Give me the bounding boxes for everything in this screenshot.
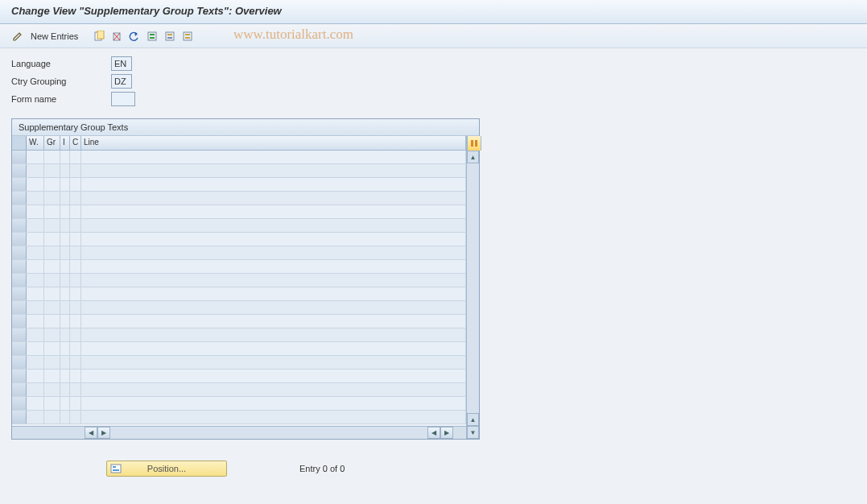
cell-line[interactable] [81, 151, 466, 163]
row-selector[interactable] [12, 246, 27, 259]
cell-line[interactable] [81, 383, 466, 396]
cell-c[interactable] [70, 233, 81, 246]
cell-gr[interactable] [44, 178, 60, 191]
cell-w[interactable] [27, 205, 44, 218]
cell-line[interactable] [81, 328, 466, 341]
row-selector[interactable] [12, 356, 27, 369]
table-row[interactable] [12, 328, 466, 342]
cell-gr[interactable] [44, 287, 60, 300]
cell-w[interactable] [27, 219, 44, 232]
cell-i[interactable] [60, 164, 70, 177]
cell-c[interactable] [70, 164, 81, 177]
cell-gr[interactable] [44, 356, 60, 369]
scroll-up-icon[interactable]: ▲ [467, 151, 479, 163]
row-selector[interactable] [12, 192, 27, 204]
table-config-icon[interactable] [467, 136, 481, 151]
form-name-input[interactable] [111, 92, 135, 106]
cell-i[interactable] [60, 342, 70, 355]
cell-w[interactable] [27, 260, 44, 273]
cell-gr[interactable] [44, 397, 60, 410]
cell-i[interactable] [60, 315, 70, 328]
cell-i[interactable] [60, 287, 70, 300]
cell-w[interactable] [27, 328, 44, 341]
cell-c[interactable] [70, 315, 81, 328]
cell-i[interactable] [60, 328, 70, 341]
cell-line[interactable] [81, 178, 466, 191]
cell-w[interactable] [27, 246, 44, 259]
row-selector[interactable] [12, 370, 27, 382]
cell-c[interactable] [70, 411, 81, 423]
row-selector[interactable] [12, 164, 27, 177]
cell-c[interactable] [70, 178, 81, 191]
cell-w[interactable] [27, 411, 44, 423]
cell-i[interactable] [60, 397, 70, 410]
cell-w[interactable] [27, 342, 44, 355]
vertical-scrollbar[interactable]: ▲ ▲ ▼ [466, 136, 479, 439]
row-selector[interactable] [12, 233, 27, 246]
new-entries-button[interactable]: New Entries [27, 30, 85, 43]
cell-gr[interactable] [44, 274, 60, 287]
row-selector[interactable] [12, 205, 27, 218]
table-row[interactable] [12, 301, 466, 315]
cell-line[interactable] [81, 411, 466, 423]
table-row[interactable] [12, 411, 466, 424]
cell-c[interactable] [70, 342, 81, 355]
toggle-edit-icon[interactable] [10, 28, 26, 44]
cell-gr[interactable] [44, 164, 60, 177]
horizontal-scrollbar[interactable]: ◀ ▶ ◀ ▶ [12, 426, 466, 439]
row-selector[interactable] [12, 397, 27, 410]
cell-w[interactable] [27, 383, 44, 396]
cell-c[interactable] [70, 151, 81, 163]
table-row[interactable] [12, 370, 466, 383]
ctry-grouping-input[interactable] [111, 74, 132, 89]
table-row[interactable] [12, 219, 466, 233]
cell-i[interactable] [60, 411, 70, 423]
cell-line[interactable] [81, 192, 466, 204]
cell-gr[interactable] [44, 219, 60, 232]
cell-c[interactable] [70, 397, 81, 410]
deselect-all-icon[interactable] [180, 28, 196, 44]
cell-c[interactable] [70, 356, 81, 369]
cell-c[interactable] [70, 260, 81, 273]
cell-i[interactable] [60, 151, 70, 163]
column-i[interactable]: I [60, 136, 70, 150]
cell-w[interactable] [27, 151, 44, 163]
cell-line[interactable] [81, 397, 466, 410]
cell-i[interactable] [60, 383, 70, 396]
scroll-right-icon[interactable]: ▶ [97, 427, 110, 439]
cell-i[interactable] [60, 301, 70, 314]
row-selector[interactable] [12, 274, 27, 287]
cell-c[interactable] [70, 370, 81, 382]
cell-i[interactable] [60, 260, 70, 273]
scroll-down-up-icon[interactable]: ▲ [467, 413, 479, 426]
cell-line[interactable] [81, 164, 466, 177]
cell-w[interactable] [27, 192, 44, 204]
cell-line[interactable] [81, 301, 466, 314]
cell-i[interactable] [60, 246, 70, 259]
cell-gr[interactable] [44, 151, 60, 163]
scroll-left-end-icon[interactable]: ◀ [427, 427, 440, 439]
cell-c[interactable] [70, 328, 81, 341]
table-row[interactable] [12, 164, 466, 178]
cell-i[interactable] [60, 205, 70, 218]
cell-line[interactable] [81, 260, 466, 273]
cell-w[interactable] [27, 356, 44, 369]
row-selector[interactable] [12, 260, 27, 273]
cell-gr[interactable] [44, 411, 60, 423]
table-row[interactable] [12, 287, 466, 301]
table-row[interactable] [12, 383, 466, 397]
cell-line[interactable] [81, 287, 466, 300]
delete-icon[interactable] [109, 28, 125, 44]
cell-line[interactable] [81, 370, 466, 382]
cell-i[interactable] [60, 178, 70, 191]
cell-gr[interactable] [44, 246, 60, 259]
cell-gr[interactable] [44, 315, 60, 328]
row-selector[interactable] [12, 219, 27, 232]
cell-c[interactable] [70, 287, 81, 300]
scroll-down-icon[interactable]: ▼ [467, 426, 479, 439]
select-block-icon[interactable] [162, 28, 178, 44]
column-line[interactable]: Line [81, 136, 466, 150]
table-row[interactable] [12, 260, 466, 274]
row-selector[interactable] [12, 178, 27, 191]
cell-gr[interactable] [44, 328, 60, 341]
